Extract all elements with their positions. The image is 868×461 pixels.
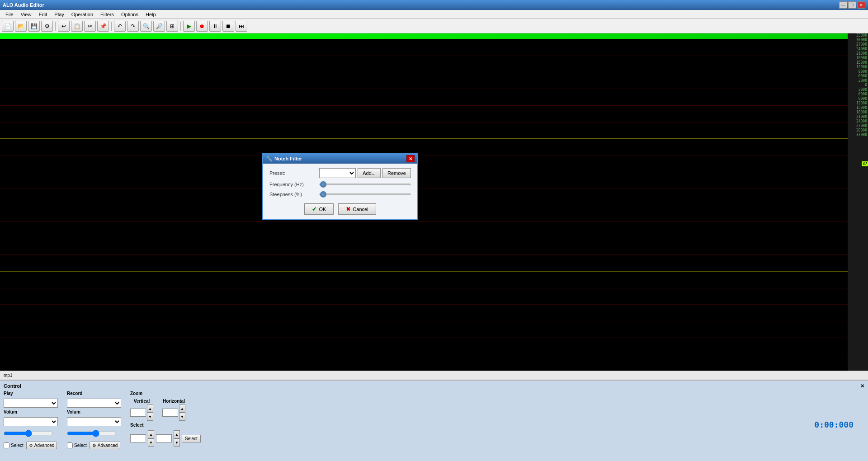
ok-icon: ✔ — [312, 206, 317, 212]
zoom-in-button[interactable]: 🔍 — [140, 21, 152, 32]
undo2-button[interactable]: ↶ — [114, 21, 126, 32]
play-device-select[interactable] — [4, 399, 58, 408]
menu-view[interactable]: View — [17, 11, 35, 18]
open-button[interactable]: 📂 — [15, 21, 27, 32]
frequency-marker: 37 — [862, 161, 868, 166]
menu-help[interactable]: Help — [142, 11, 160, 18]
play-advanced-label: Advanced — [34, 443, 54, 448]
zoom-out-button[interactable]: 🔎 — [153, 21, 165, 32]
separator3 — [180, 22, 181, 31]
status-bar: mp1 — [0, 371, 868, 380]
zoom-label: Zoom — [130, 391, 201, 396]
remove-button[interactable]: Remove — [382, 168, 411, 178]
zoom-horizontal-up[interactable]: ▲ — [179, 405, 185, 413]
waveform-area — [0, 39, 848, 371]
select-button[interactable]: Select — [182, 435, 201, 442]
control-panel-close[interactable]: ✕ — [860, 383, 864, 389]
play-select-label: Select — [11, 443, 24, 448]
frequency-slider-thumb[interactable] — [320, 181, 326, 188]
control-panel-title: Control ✕ — [4, 383, 864, 389]
zoom-vertical-up[interactable]: ▲ — [147, 405, 153, 413]
end-button[interactable]: ⏭ — [236, 21, 247, 32]
preset-label: Preset: — [269, 170, 319, 176]
select-end-up[interactable]: ▲ — [174, 430, 180, 438]
right-scale: 33000 30000 27000 24000 21000 18000 1500… — [848, 33, 868, 371]
dialog-close-button[interactable]: ✕ — [406, 155, 415, 162]
select-end-input[interactable]: 0 — [156, 434, 172, 442]
steepness-slider-track — [319, 193, 411, 195]
copy-button[interactable]: 📋 — [71, 21, 83, 32]
title-bar: ALO Audio Editor — □ ✕ — [0, 0, 868, 10]
scale-30000-1: 30000 — [856, 38, 867, 42]
scale-15000-2: 15000 — [856, 106, 867, 110]
zoom-vertical-down[interactable]: ▼ — [147, 413, 153, 421]
app-title: ALO Audio Editor — [3, 2, 44, 8]
record-device-select[interactable] — [67, 399, 121, 408]
select-end-down[interactable]: ▼ — [174, 438, 180, 447]
window-controls: — □ ✕ — [839, 1, 865, 9]
scale-15000-1: 15000 — [856, 61, 867, 65]
record-slider[interactable] — [67, 430, 117, 437]
new-button[interactable]: 📄 — [2, 21, 14, 32]
record-select-checkbox[interactable] — [67, 442, 73, 448]
menu-options[interactable]: Options — [118, 11, 142, 18]
scale-21000-1: 21000 — [856, 52, 867, 56]
ok-label: OK — [319, 207, 326, 212]
redo2-button[interactable]: ↷ — [127, 21, 139, 32]
cut-button[interactable]: ✂ — [84, 21, 96, 32]
zoom-vertical-input[interactable]: 0 — [130, 409, 146, 417]
preset-select[interactable] — [319, 168, 356, 178]
close-button[interactable]: ✕ — [857, 1, 865, 9]
paste-button[interactable]: 📌 — [97, 21, 109, 32]
select-start-input[interactable]: 0 — [130, 434, 146, 442]
zoom-fit-button[interactable]: ⊞ — [166, 21, 178, 32]
record-button[interactable]: ⏺ — [196, 21, 208, 32]
play-select-checkbox[interactable] — [4, 442, 9, 448]
menu-edit[interactable]: Edit — [35, 11, 51, 18]
menu-filters[interactable]: Filters — [97, 11, 118, 18]
play-button[interactable]: ▶ — [183, 21, 195, 32]
select-start-up[interactable]: ▲ — [148, 430, 154, 438]
scale-18000-1: 18000 — [856, 56, 867, 61]
play-volume-label: Volum — [4, 409, 58, 414]
record-label: Record — [67, 391, 121, 396]
scale-24000-1: 24000 — [856, 47, 867, 52]
toolbar: 📄 📂 💾 ⚙ ↩ 📋 ✂ 📌 ↶ ↷ 🔍 🔎 ⊞ ▶ ⏺ ⏸ ⏹ ⏭ — [0, 19, 868, 33]
play-label: Play — [4, 391, 58, 396]
scale-33000-top: 33000 — [856, 33, 867, 38]
settings-button[interactable]: ⚙ — [41, 21, 53, 32]
control-content: Play Volum Select ⚙ Advanced — [4, 391, 864, 458]
maximize-button[interactable]: □ — [848, 1, 856, 9]
play-volume-select[interactable] — [4, 417, 58, 426]
undo-button[interactable]: ↩ — [58, 21, 70, 32]
main-area: 33000 30000 27000 24000 21000 18000 1500… — [0, 33, 868, 371]
scale-6000-2: 6000 — [859, 92, 867, 97]
pause-button[interactable]: ⏸ — [209, 21, 221, 32]
zoom-horizontal-input[interactable]: 0 — [162, 409, 178, 417]
scale-18000-2: 18000 — [856, 110, 867, 115]
save-button[interactable]: 💾 — [28, 21, 40, 32]
menu-play[interactable]: Play — [51, 11, 67, 18]
dialog-titlebar: 🔧 Notch Filter ✕ — [263, 154, 417, 164]
dialog-title-text: Notch Filter — [274, 156, 302, 161]
play-advanced-button[interactable]: ⚙ Advanced — [26, 442, 57, 449]
scale-24000-2: 24000 — [856, 119, 867, 124]
cancel-button[interactable]: ✖ Cancel — [338, 203, 376, 215]
select-start-down[interactable]: ▼ — [148, 438, 154, 447]
ok-button[interactable]: ✔ OK — [304, 203, 334, 215]
dialog-body: Preset: Add... Remove Frequency (Hz) Ste… — [263, 164, 417, 219]
menu-operation[interactable]: Operation — [68, 11, 97, 18]
scale-3000-2: 3000 — [859, 88, 867, 92]
zoom-horizontal-down[interactable]: ▼ — [179, 413, 185, 421]
steepness-slider-thumb[interactable] — [320, 191, 326, 198]
record-advanced-button[interactable]: ⚙ Advanced — [90, 442, 120, 449]
minimize-button[interactable]: — — [839, 1, 847, 9]
record-volume-select[interactable] — [67, 417, 121, 426]
record-select-checkbox-label: Select — [67, 442, 87, 448]
notch-filter-dialog: 🔧 Notch Filter ✕ Preset: Add... Remove F… — [262, 153, 418, 220]
scale-12000-2: 12000 — [856, 101, 867, 106]
add-button[interactable]: Add... — [358, 168, 381, 178]
menu-file[interactable]: File — [2, 11, 17, 18]
stop-button[interactable]: ⏹ — [222, 21, 234, 32]
play-slider[interactable] — [4, 430, 53, 437]
